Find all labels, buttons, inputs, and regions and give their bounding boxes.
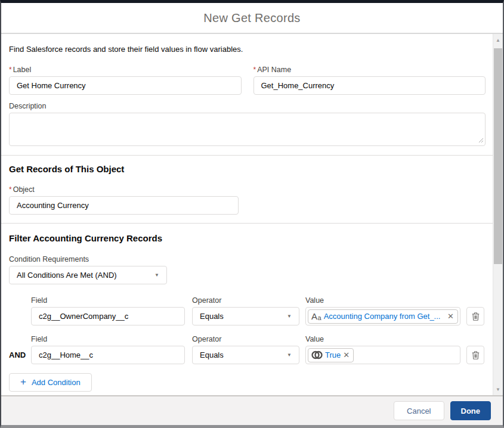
object-section-heading: Get Records of This Object — [9, 164, 486, 174]
value-pill[interactable]: True ✕ — [308, 348, 354, 362]
field-column-label: Field — [31, 335, 185, 343]
description-field-label: Description — [9, 102, 486, 110]
modal-footer: Cancel Done — [1, 395, 503, 425]
resize-handle-icon[interactable] — [478, 138, 484, 143]
required-asterisk: * — [9, 185, 12, 194]
chevron-down-icon: ▼ — [287, 314, 292, 319]
condition-row: Field Operator Equals ▼ Value — [9, 296, 486, 325]
description-field-group: Description — [9, 102, 486, 146]
section-divider — [1, 155, 493, 156]
scroll-down-icon[interactable]: ▼ — [493, 384, 503, 394]
chevron-down-icon: ▼ — [154, 273, 159, 278]
operator-column-label: Operator — [192, 296, 299, 305]
field-column-label: Field — [31, 296, 185, 305]
operator-cell: Operator Equals ▼ — [192, 335, 299, 364]
object-field-label: *Object — [9, 185, 239, 194]
description-textarea[interactable] — [9, 113, 486, 146]
done-button[interactable]: Done — [450, 401, 491, 420]
operator-dropdown[interactable]: Equals ▼ — [192, 307, 299, 325]
vertical-scrollbar[interactable]: ▲ ▼ — [493, 34, 503, 395]
section-divider — [1, 223, 493, 224]
modal-content: Find Salesforce records and store their … — [1, 34, 493, 395]
remove-pill-icon[interactable]: ✕ — [447, 312, 454, 320]
label-api-row: *Label *API Name — [9, 66, 486, 95]
plus-icon: + — [20, 377, 26, 387]
object-input[interactable] — [9, 196, 239, 215]
scroll-up-icon[interactable]: ▲ — [493, 35, 503, 45]
modal-body: Find Salesforce records and store their … — [1, 34, 503, 395]
api-name-input[interactable] — [253, 76, 486, 95]
condition-row: AND Field Operator Equals ▼ Val — [9, 335, 486, 364]
modal-header: New Get Records — [1, 3, 503, 34]
value-column-label: Value — [305, 335, 460, 343]
value-column-label: Value — [305, 296, 460, 305]
boolean-type-icon — [311, 351, 323, 359]
api-name-field-label: *API Name — [253, 66, 486, 74]
value-pill-text: Accounting Company from Get_... — [324, 312, 445, 321]
label-field-label: *Label — [9, 66, 242, 74]
required-asterisk: * — [9, 66, 12, 74]
delete-condition-button[interactable] — [466, 346, 484, 364]
operator-dropdown[interactable]: Equals ▼ — [192, 346, 299, 364]
page-title: New Get Records — [203, 11, 300, 25]
condition-requirements-group: Condition Requirements All Conditions Ar… — [9, 255, 167, 284]
trash-icon — [472, 351, 480, 359]
delete-condition-button[interactable] — [466, 307, 484, 325]
value-cell: Value Aa Accounting Company from Get_...… — [305, 296, 460, 325]
trash-icon — [472, 312, 480, 321]
value-input[interactable]: True ✕ — [305, 346, 460, 364]
value-pill-text: True — [325, 351, 341, 359]
field-input[interactable] — [31, 346, 185, 364]
new-get-records-modal: New Get Records Find Salesforce records … — [0, 0, 504, 428]
api-name-field-group: *API Name — [253, 66, 486, 95]
text-type-icon: Aa — [311, 312, 321, 321]
value-pill[interactable]: Aa Accounting Company from Get_... ✕ — [308, 309, 458, 324]
remove-pill-icon[interactable]: ✕ — [343, 351, 350, 359]
condition-requirements-value: All Conditions Are Met (AND) — [17, 271, 117, 280]
condition-requirements-label: Condition Requirements — [9, 255, 167, 263]
value-cell: Value True ✕ — [305, 335, 460, 364]
operator-cell: Operator Equals ▼ — [192, 296, 299, 325]
label-input[interactable] — [9, 76, 242, 95]
cancel-button[interactable]: Cancel — [394, 401, 444, 420]
scrollbar-thumb[interactable] — [494, 48, 502, 264]
object-field-group: *Object — [9, 185, 239, 215]
value-input[interactable]: Aa Accounting Company from Get_... ✕ — [305, 307, 460, 325]
intro-text: Find Salesforce records and store their … — [9, 45, 486, 54]
connector-cell — [9, 307, 31, 325]
chevron-down-icon: ▼ — [287, 353, 292, 358]
field-cell: Field — [31, 296, 185, 325]
field-input[interactable] — [31, 307, 185, 325]
operator-column-label: Operator — [192, 335, 299, 343]
add-condition-button[interactable]: + Add Condition — [9, 373, 92, 392]
connector-label: AND — [9, 351, 26, 359]
filter-section-heading: Filter Accounting Currency Records — [9, 233, 486, 243]
label-field-group: *Label — [9, 66, 242, 95]
connector-cell: AND — [9, 346, 31, 364]
condition-rows: Field Operator Equals ▼ Value — [9, 296, 486, 364]
field-cell: Field — [31, 335, 185, 364]
condition-requirements-dropdown[interactable]: All Conditions Are Met (AND) ▼ — [9, 266, 167, 284]
required-asterisk: * — [253, 66, 256, 74]
